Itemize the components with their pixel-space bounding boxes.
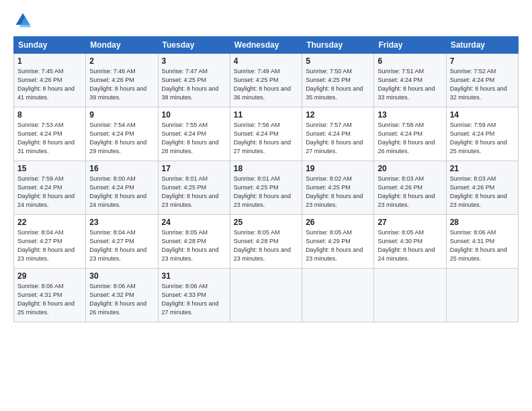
weekday-header-wednesday: Wednesday — [230, 37, 302, 54]
calendar-day-2: 2Sunrise: 7:46 AMSunset: 4:26 PMDaylight… — [86, 54, 158, 107]
day-info: Sunrise: 8:06 AMSunset: 4:31 PMDaylight:… — [17, 282, 82, 317]
day-number: 5 — [306, 56, 370, 66]
day-info: Sunrise: 7:50 AMSunset: 4:25 PMDaylight:… — [306, 67, 370, 102]
day-number: 8 — [17, 110, 82, 120]
day-info: Sunrise: 8:05 AMSunset: 4:30 PMDaylight:… — [378, 228, 442, 263]
calendar-week-2: 8Sunrise: 7:53 AMSunset: 4:24 PMDaylight… — [14, 107, 519, 161]
calendar-day-16: 16Sunrise: 8:00 AMSunset: 4:24 PMDayligh… — [86, 161, 158, 215]
day-info: Sunrise: 7:59 AMSunset: 4:24 PMDaylight:… — [17, 175, 82, 210]
calendar-day-8: 8Sunrise: 7:53 AMSunset: 4:24 PMDaylight… — [14, 107, 86, 161]
day-info: Sunrise: 7:52 AMSunset: 4:24 PMDaylight:… — [450, 67, 515, 102]
calendar-week-5: 29Sunrise: 8:06 AMSunset: 4:31 PMDayligh… — [14, 269, 519, 322]
calendar-day-12: 12Sunrise: 7:57 AMSunset: 4:24 PMDayligh… — [302, 107, 374, 161]
day-number: 16 — [89, 164, 154, 173]
day-info: Sunrise: 8:03 AMSunset: 4:26 PMDaylight:… — [378, 175, 442, 210]
calendar-day-25: 25Sunrise: 8:05 AMSunset: 4:28 PMDayligh… — [230, 215, 302, 269]
calendar-day-28: 28Sunrise: 8:06 AMSunset: 4:31 PMDayligh… — [446, 215, 518, 269]
calendar-day-5: 5Sunrise: 7:50 AMSunset: 4:25 PMDaylight… — [302, 54, 374, 107]
day-number: 23 — [89, 218, 154, 227]
day-number: 22 — [17, 218, 82, 227]
header — [13, 11, 519, 30]
day-number: 19 — [306, 164, 370, 173]
empty-cell — [302, 269, 374, 322]
day-number: 26 — [306, 218, 370, 227]
calendar-day-22: 22Sunrise: 8:04 AMSunset: 4:27 PMDayligh… — [14, 215, 86, 269]
logo-icon — [13, 11, 32, 30]
calendar-day-3: 3Sunrise: 7:47 AMSunset: 4:25 PMDaylight… — [158, 54, 230, 107]
day-info: Sunrise: 8:04 AMSunset: 4:27 PMDaylight:… — [17, 228, 82, 263]
day-info: Sunrise: 7:53 AMSunset: 4:24 PMDaylight:… — [17, 121, 82, 156]
calendar-body: 1Sunrise: 7:45 AMSunset: 4:26 PMDaylight… — [14, 54, 519, 322]
calendar-day-24: 24Sunrise: 8:05 AMSunset: 4:28 PMDayligh… — [158, 215, 230, 269]
calendar-day-1: 1Sunrise: 7:45 AMSunset: 4:26 PMDaylight… — [14, 54, 86, 107]
day-info: Sunrise: 8:06 AMSunset: 4:33 PMDaylight:… — [162, 282, 226, 317]
day-number: 17 — [162, 164, 226, 173]
calendar-day-10: 10Sunrise: 7:55 AMSunset: 4:24 PMDayligh… — [158, 107, 230, 161]
day-number: 21 — [450, 164, 515, 173]
calendar-day-13: 13Sunrise: 7:58 AMSunset: 4:24 PMDayligh… — [374, 107, 446, 161]
calendar-day-9: 9Sunrise: 7:54 AMSunset: 4:24 PMDaylight… — [86, 107, 158, 161]
calendar-day-21: 21Sunrise: 8:03 AMSunset: 4:26 PMDayligh… — [446, 161, 518, 215]
calendar-week-4: 22Sunrise: 8:04 AMSunset: 4:27 PMDayligh… — [14, 215, 519, 269]
day-number: 7 — [450, 56, 515, 66]
day-number: 29 — [17, 271, 82, 281]
day-number: 27 — [378, 218, 442, 227]
day-number: 14 — [450, 110, 515, 120]
day-info: Sunrise: 8:00 AMSunset: 4:24 PMDaylight:… — [89, 175, 154, 210]
day-number: 15 — [17, 164, 82, 173]
calendar-day-11: 11Sunrise: 7:56 AMSunset: 4:24 PMDayligh… — [230, 107, 302, 161]
calendar-day-18: 18Sunrise: 8:01 AMSunset: 4:25 PMDayligh… — [230, 161, 302, 215]
calendar-day-6: 6Sunrise: 7:51 AMSunset: 4:24 PMDaylight… — [374, 54, 446, 107]
day-info: Sunrise: 8:01 AMSunset: 4:25 PMDaylight:… — [234, 175, 298, 210]
day-info: Sunrise: 8:02 AMSunset: 4:25 PMDaylight:… — [306, 175, 370, 210]
day-number: 18 — [234, 164, 298, 173]
calendar-table: SundayMondayTuesdayWednesdayThursdayFrid… — [13, 36, 519, 322]
day-number: 30 — [89, 271, 154, 281]
weekday-header-thursday: Thursday — [302, 37, 374, 54]
logo — [13, 11, 35, 30]
calendar-day-7: 7Sunrise: 7:52 AMSunset: 4:24 PMDaylight… — [446, 54, 518, 107]
day-info: Sunrise: 8:01 AMSunset: 4:25 PMDaylight:… — [162, 175, 226, 210]
empty-cell — [230, 269, 302, 322]
page: SundayMondayTuesdayWednesdayThursdayFrid… — [0, 0, 532, 411]
day-number: 11 — [234, 110, 298, 120]
day-info: Sunrise: 7:54 AMSunset: 4:24 PMDaylight:… — [89, 121, 154, 156]
day-number: 13 — [378, 110, 442, 120]
day-info: Sunrise: 8:06 AMSunset: 4:31 PMDaylight:… — [450, 228, 515, 263]
calendar-day-27: 27Sunrise: 8:05 AMSunset: 4:30 PMDayligh… — [374, 215, 446, 269]
day-info: Sunrise: 7:56 AMSunset: 4:24 PMDaylight:… — [234, 121, 298, 156]
day-number: 1 — [17, 56, 82, 66]
day-number: 2 — [89, 56, 154, 66]
day-info: Sunrise: 8:05 AMSunset: 4:28 PMDaylight:… — [162, 228, 226, 263]
calendar-week-1: 1Sunrise: 7:45 AMSunset: 4:26 PMDaylight… — [14, 54, 519, 107]
calendar-day-23: 23Sunrise: 8:04 AMSunset: 4:27 PMDayligh… — [86, 215, 158, 269]
day-info: Sunrise: 8:05 AMSunset: 4:29 PMDaylight:… — [306, 228, 370, 263]
calendar-day-19: 19Sunrise: 8:02 AMSunset: 4:25 PMDayligh… — [302, 161, 374, 215]
day-number: 25 — [234, 218, 298, 227]
day-info: Sunrise: 8:03 AMSunset: 4:26 PMDaylight:… — [450, 175, 515, 210]
day-number: 31 — [162, 271, 226, 281]
day-info: Sunrise: 7:57 AMSunset: 4:24 PMDaylight:… — [306, 121, 370, 156]
weekday-header-monday: Monday — [86, 37, 158, 54]
empty-cell — [374, 269, 446, 322]
day-info: Sunrise: 7:49 AMSunset: 4:25 PMDaylight:… — [234, 67, 298, 102]
weekday-header-row: SundayMondayTuesdayWednesdayThursdayFrid… — [14, 37, 519, 54]
weekday-header-sunday: Sunday — [14, 37, 86, 54]
calendar-day-17: 17Sunrise: 8:01 AMSunset: 4:25 PMDayligh… — [158, 161, 230, 215]
day-number: 10 — [162, 110, 226, 120]
day-info: Sunrise: 7:46 AMSunset: 4:26 PMDaylight:… — [89, 67, 154, 102]
empty-cell — [446, 269, 518, 322]
day-info: Sunrise: 7:47 AMSunset: 4:25 PMDaylight:… — [162, 67, 226, 102]
calendar-day-26: 26Sunrise: 8:05 AMSunset: 4:29 PMDayligh… — [302, 215, 374, 269]
day-number: 6 — [378, 56, 442, 66]
weekday-header-saturday: Saturday — [446, 37, 518, 54]
day-info: Sunrise: 7:59 AMSunset: 4:24 PMDaylight:… — [450, 121, 515, 156]
day-info: Sunrise: 7:55 AMSunset: 4:24 PMDaylight:… — [162, 121, 226, 156]
calendar-day-15: 15Sunrise: 7:59 AMSunset: 4:24 PMDayligh… — [14, 161, 86, 215]
day-number: 3 — [162, 56, 226, 66]
day-number: 24 — [162, 218, 226, 227]
calendar-day-14: 14Sunrise: 7:59 AMSunset: 4:24 PMDayligh… — [446, 107, 518, 161]
day-info: Sunrise: 7:51 AMSunset: 4:24 PMDaylight:… — [378, 67, 442, 102]
day-number: 4 — [234, 56, 298, 66]
day-number: 28 — [450, 218, 515, 227]
